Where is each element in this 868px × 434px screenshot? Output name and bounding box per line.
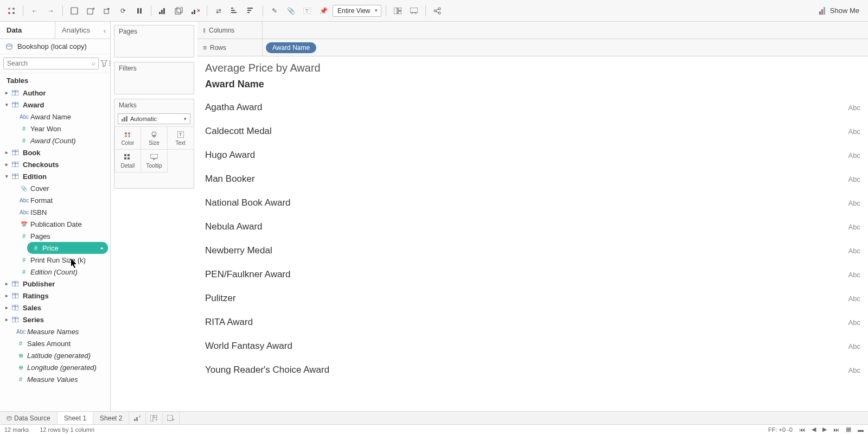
highlight-icon[interactable]: ✎ bbox=[267, 4, 282, 18]
filters-card[interactable]: Filters bbox=[114, 62, 194, 94]
dashboard-icon[interactable] bbox=[391, 4, 405, 18]
sort-desc-icon[interactable] bbox=[244, 4, 258, 18]
status-dims: 12 rows by 1 column bbox=[40, 426, 94, 433]
svg-rect-4 bbox=[71, 8, 78, 14]
color-button[interactable]: Color bbox=[114, 126, 142, 150]
viz-row[interactable]: Young Reader's Choice AwardAbc bbox=[205, 358, 860, 382]
table-author[interactable]: ▸Author bbox=[0, 87, 110, 99]
slider-icon[interactable]: ▬ bbox=[858, 426, 864, 433]
textbox-icon[interactable]: T bbox=[300, 4, 314, 18]
columns-shelf[interactable]: ⦀Columns bbox=[197, 22, 868, 39]
field-award-count-[interactable]: #Award (Count) bbox=[0, 135, 110, 146]
field-longitude-generated-[interactable]: ⊕Longitude (generated) bbox=[0, 361, 110, 373]
field-format[interactable]: AbcFormat bbox=[0, 194, 110, 206]
sheet-1-tab[interactable]: Sheet 1 bbox=[58, 412, 93, 424]
text-button[interactable]: TText bbox=[167, 126, 194, 150]
field-year-won[interactable]: #Year Won bbox=[0, 123, 110, 135]
nav-prev-icon[interactable]: ◀ bbox=[812, 426, 816, 433]
viz-row[interactable]: National Book AwardAbc bbox=[205, 191, 860, 215]
table-award[interactable]: ▾Award bbox=[0, 99, 110, 111]
tooltip-button[interactable]: Tooltip bbox=[141, 149, 168, 173]
swap-icon[interactable]: ⇄ bbox=[212, 4, 226, 18]
field-publication-date[interactable]: 📅Publication Date bbox=[0, 218, 110, 230]
clear-icon[interactable]: ✕ bbox=[188, 4, 202, 18]
field-measure-values[interactable]: #Measure Values bbox=[0, 373, 110, 385]
svg-rect-5 bbox=[87, 9, 93, 14]
datasource-tab-icon bbox=[7, 416, 12, 421]
viz-row[interactable]: PulitzerAbc bbox=[205, 286, 860, 310]
new-data-icon[interactable] bbox=[84, 4, 98, 18]
table-ratings[interactable]: ▸Ratings bbox=[0, 290, 110, 302]
collapse-icon[interactable]: ‹ bbox=[104, 27, 106, 35]
mark-type-selector[interactable]: Automatic bbox=[118, 113, 190, 124]
sort-asc-icon[interactable] bbox=[228, 4, 242, 18]
nav-last-icon[interactable]: ⏭ bbox=[833, 426, 839, 433]
new-story-tab[interactable]: + bbox=[163, 412, 180, 424]
present-icon[interactable] bbox=[407, 4, 421, 18]
forward-icon[interactable]: → bbox=[44, 4, 58, 18]
viz-row[interactable]: World Fantasy AwardAbc bbox=[205, 334, 860, 358]
new-worksheet-icon[interactable] bbox=[156, 4, 170, 18]
viz-row[interactable]: Man BookerAbc bbox=[205, 167, 860, 191]
new-sheet-icon[interactable]: ▾ bbox=[100, 4, 114, 18]
viz-row[interactable]: Nebula AwardAbc bbox=[205, 215, 860, 239]
datasource-row[interactable]: Bookshop (local copy) bbox=[0, 39, 110, 54]
nav-next-icon[interactable]: ▶ bbox=[822, 426, 827, 433]
field-cover[interactable]: 📎Cover bbox=[0, 182, 110, 194]
new-dashboard-tab[interactable]: + bbox=[146, 412, 163, 424]
svg-rect-75 bbox=[126, 116, 127, 122]
share-icon[interactable] bbox=[430, 4, 444, 18]
sheet-2-tab[interactable]: Sheet 2 bbox=[93, 412, 129, 424]
field-measure-names[interactable]: AbcMeasure Names bbox=[0, 326, 110, 337]
rows-shelf[interactable]: ≡Rows Award Name bbox=[197, 39, 868, 56]
tab-data[interactable]: Data bbox=[0, 22, 55, 39]
viz-row[interactable]: RITA AwardAbc bbox=[205, 310, 860, 334]
table-sales[interactable]: ▸Sales bbox=[0, 302, 110, 314]
fit-selector[interactable]: Entire View bbox=[333, 5, 381, 17]
save-icon[interactable] bbox=[67, 4, 81, 18]
viz-row[interactable]: Newberry MedalAbc bbox=[205, 239, 860, 263]
new-worksheet-tab[interactable]: + bbox=[129, 412, 146, 424]
svg-rect-17 bbox=[192, 12, 193, 14]
sheet-title[interactable]: Average Price by Award bbox=[205, 62, 860, 74]
table-series[interactable]: ▸Series bbox=[0, 314, 110, 326]
field-print-run-size-k-[interactable]: #Print Run Size (k) bbox=[0, 254, 110, 266]
table-publisher[interactable]: ▸Publisher bbox=[0, 278, 110, 290]
field-award-name[interactable]: AbcAward Name bbox=[0, 111, 110, 123]
pin-icon[interactable]: 📌 bbox=[316, 4, 330, 18]
field-isbn[interactable]: AbcISBN bbox=[0, 206, 110, 218]
data-source-tab[interactable]: Data Source bbox=[0, 412, 58, 424]
field-sales-amount[interactable]: #Sales Amount bbox=[0, 337, 110, 349]
table-checkouts[interactable]: ▸Checkouts bbox=[0, 158, 110, 170]
pages-card[interactable]: Pages bbox=[114, 25, 194, 58]
show-me-label: Show Me bbox=[830, 7, 859, 15]
filter-icon[interactable] bbox=[101, 59, 107, 68]
table-book[interactable]: ▸Book bbox=[0, 146, 110, 158]
refresh-icon[interactable]: ⟳ bbox=[116, 4, 130, 18]
size-button[interactable]: Size bbox=[141, 126, 168, 150]
pause-icon[interactable] bbox=[132, 4, 146, 18]
viz-row[interactable]: Hugo AwardAbc bbox=[205, 143, 860, 167]
svg-rect-41 bbox=[824, 7, 825, 15]
viz-row[interactable]: Caldecott MedalAbc bbox=[205, 119, 860, 143]
nav-first-icon[interactable]: ⏮ bbox=[799, 426, 805, 433]
viz-row[interactable]: PEN/Faulkner AwardAbc bbox=[205, 263, 860, 286]
field-latitude-generated-[interactable]: ⊕Latitude (generated) bbox=[0, 349, 110, 361]
logo-icon[interactable] bbox=[4, 4, 18, 18]
duplicate-icon[interactable] bbox=[172, 4, 186, 18]
filmstrip-icon[interactable]: ▦ bbox=[846, 426, 851, 433]
back-icon[interactable]: ← bbox=[28, 4, 42, 18]
detail-button[interactable]: Detail bbox=[114, 149, 142, 173]
separator bbox=[23, 5, 23, 16]
table-edition[interactable]: ▾Edition bbox=[0, 170, 110, 182]
viz-row[interactable]: Agatha AwardAbc bbox=[205, 95, 860, 119]
field-price[interactable]: #Price bbox=[27, 242, 108, 254]
attach-icon[interactable]: 📎 bbox=[284, 4, 298, 18]
search-input[interactable] bbox=[3, 58, 99, 69]
show-me-button[interactable]: Show Me bbox=[815, 4, 864, 17]
field-pages[interactable]: #Pages bbox=[0, 230, 110, 242]
rows-pill-award-name[interactable]: Award Name bbox=[266, 42, 316, 53]
svg-rect-13 bbox=[161, 10, 163, 14]
field-edition-count-[interactable]: #Edition (Count) bbox=[0, 266, 110, 278]
tab-analytics[interactable]: Analytics ‹ bbox=[55, 22, 110, 39]
